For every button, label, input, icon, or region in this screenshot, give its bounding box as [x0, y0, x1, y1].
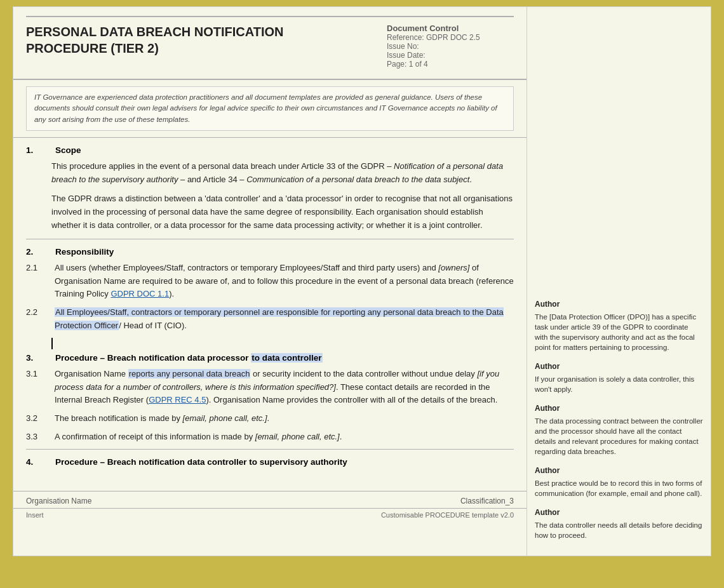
section-2-heading: 2. Responsibility — [26, 247, 514, 257]
sidebar: Author The [Data Protection Officer (DPO… — [526, 7, 711, 556]
section-3-sub-2: 3.2 The breach notification is made by [… — [26, 412, 514, 425]
annotation-1: Author The [Data Protection Officer (DPO… — [535, 299, 703, 352]
section-3-sub-1: 3.1 Organisation Name reports any person… — [26, 368, 514, 407]
section-4-heading: 4. Procedure – Breach notification data … — [26, 457, 514, 467]
sub-text-3-3: A confirmation of receipt of this inform… — [55, 431, 514, 444]
section-3-number: 3. — [26, 353, 45, 363]
body-section: 1. Scope This procedure applies in the e… — [13, 145, 526, 478]
footer-classification: Classification_3 — [460, 497, 514, 505]
annotation-4-title: Author — [535, 465, 703, 476]
section-1-title: Scope — [55, 145, 81, 155]
section-1-heading: 1. Scope — [26, 145, 514, 155]
section-1-number: 1. — [26, 145, 45, 155]
section-1-para-2: The GDPR draws a distinction between a '… — [51, 192, 514, 232]
annotation-4: Author Best practice would be to record … — [535, 465, 703, 498]
section-3-heading: 3. Procedure – Breach notification data … — [26, 353, 514, 363]
sub-text-3-2: The breach notification is made by [emai… — [55, 412, 514, 425]
section-2-sub-2: 2.2 All Employees/Staff, contractors or … — [26, 306, 514, 333]
header-top: PERSONAL DATA BREACH NOTIFICATION PROCED… — [26, 16, 514, 69]
annotation-5: Author The data controller needs all det… — [535, 507, 703, 540]
doc-issue-no: Issue No: — [387, 42, 514, 51]
sub-text-2-1: All users (whether Employees/Staff, cont… — [55, 262, 514, 301]
section-2-sub-1: 2.1 All users (whether Employees/Staff, … — [26, 262, 514, 301]
section-4-title: Procedure – Breach notification data con… — [55, 457, 347, 467]
section-divider-3 — [26, 449, 514, 450]
disclaimer-box: IT Governance are experienced data prote… — [26, 86, 514, 131]
sub-text-3-1: Organisation Name reports any personal d… — [55, 368, 514, 407]
section-4-number: 4. — [26, 457, 45, 467]
footer-org-name: Organisation Name — [26, 497, 91, 505]
annotation-3-title: Author — [535, 403, 703, 414]
link-gdpr-rec-4-5[interactable]: GDPR REC 4.5 — [149, 395, 206, 404]
cursor-line — [51, 338, 53, 349]
section-divider-2 — [26, 239, 514, 239]
sub-number-2-1: 2.1 — [26, 262, 48, 301]
annotation-3-text: The data processing contract between the… — [535, 416, 703, 457]
main-content: PERSONAL DATA BREACH NOTIFICATION PROCED… — [13, 7, 526, 556]
sub-number-3-2: 3.2 — [26, 412, 48, 425]
annotation-3: Author The data processing contract betw… — [535, 403, 703, 457]
section-3-sub-3: 3.3 A confirmation of receipt of this in… — [26, 431, 514, 444]
page-wrapper: PERSONAL DATA BREACH NOTIFICATION PROCED… — [13, 6, 711, 556]
footer-bottom: Insert Customisable PROCEDURE template v… — [13, 508, 526, 521]
annotation-1-title: Author — [535, 299, 703, 310]
annotation-2: Author If your organisation is solely a … — [535, 361, 703, 394]
section-3-area: 3. Procedure – Breach notification data … — [26, 353, 514, 444]
sub-text-2-2: All Employees/Staff, contractors or temp… — [55, 306, 514, 333]
doc-control: Document Control Reference: GDPR DOC 2.5… — [387, 23, 514, 69]
sub-number-3-1: 3.1 — [26, 368, 48, 407]
annotation-2-title: Author — [535, 361, 703, 372]
section-2-title: Responsibility — [55, 247, 114, 257]
doc-control-label: Document Control — [387, 23, 514, 33]
sub-number-2-2: 2.2 — [26, 306, 48, 333]
doc-issue-date: Issue Date: — [387, 51, 514, 60]
disclaimer-text: IT Governance are experienced data prote… — [34, 93, 497, 123]
doc-reference: Reference: GDPR DOC 2.5 — [387, 33, 514, 42]
section-2-number: 2. — [26, 247, 45, 257]
annotation-5-text: The data controller needs all details be… — [535, 520, 703, 540]
sub-number-3-3: 3.3 — [26, 431, 48, 444]
section-1-para-1: This procedure applies in the event of a… — [51, 160, 514, 187]
footer-insert: Insert — [26, 511, 44, 519]
annotation-5-title: Author — [535, 507, 703, 518]
doc-page: Page: 1 of 4 — [387, 60, 514, 69]
section-3-title: Procedure – Breach notification data pro… — [55, 353, 323, 363]
footer-section: Organisation Name Classification_3 — [13, 491, 526, 508]
annotation-1-text: The [Data Protection Officer (DPO)] has … — [535, 312, 703, 352]
section-divider-1 — [13, 137, 526, 138]
link-gdpr-doc-1-1[interactable]: GDPR DOC 1.1 — [111, 289, 169, 298]
annotation-4-text: Best practice would be to record this in… — [535, 478, 703, 498]
annotation-2-text: If your organisation is solely a data co… — [535, 374, 703, 394]
doc-title: PERSONAL DATA BREACH NOTIFICATION PROCED… — [26, 23, 305, 57]
footer-template: Customisable PROCEDURE template v2.0 — [381, 511, 514, 519]
header-section: PERSONAL DATA BREACH NOTIFICATION PROCED… — [13, 7, 526, 80]
